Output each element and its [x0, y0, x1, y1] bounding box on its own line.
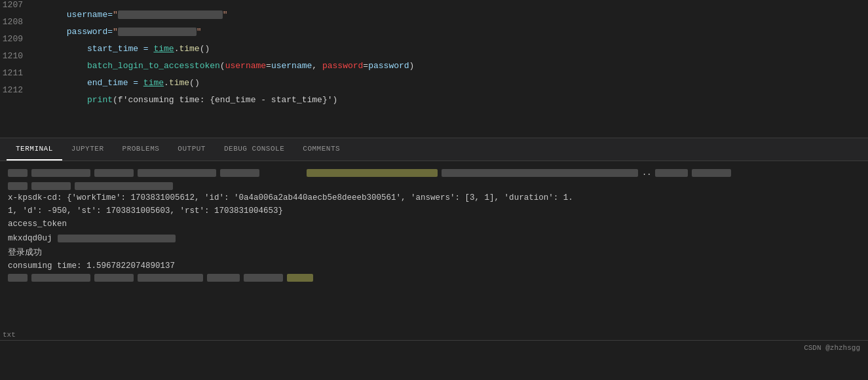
code-token: username [225, 61, 266, 71]
terminal-output: .. x-kpsdk-cd: {'workTime': 170383100561… [0, 161, 868, 354]
txt-label: txt [0, 330, 18, 340]
line-number: 1207 [0, 0, 36, 10]
panel-tab-bar: TERMINAL JUPYTER PROBLEMS OUTPUT DEBUG C… [0, 138, 868, 161]
code-content: print(f'consuming time: {end_time - star… [36, 85, 337, 115]
tab-problems[interactable]: PROBLEMS [113, 138, 169, 161]
terminal-line-consuming-time: consuming time: 1.5967822074890137 [3, 259, 868, 273]
terminal-line-login-success: 登录成功 [3, 246, 868, 259]
status-bar: CSDN @zhzhsgg [0, 340, 868, 354]
redacted-block [94, 274, 134, 282]
tab-terminal[interactable]: TERMINAL [7, 138, 62, 161]
redacted-block [655, 169, 688, 177]
tab-comments[interactable]: COMMENTS [293, 138, 349, 161]
terminal-line-kpsdk: x-kpsdk-cd: {'workTime': 1703831005612, … [3, 191, 868, 204]
terminal-line-redacted-1: .. [3, 165, 868, 181]
redacted-block [58, 235, 176, 242]
redacted-block [442, 169, 638, 177]
redacted-block [31, 169, 90, 177]
code-token: password [322, 61, 363, 71]
code-line-1210: 1210 batch_login_to_accesstoken(username… [0, 51, 868, 68]
code-token: ( [220, 61, 225, 71]
code-line-1212: 1212 print(f'consuming time: {end_time -… [0, 85, 868, 102]
redacted-block [220, 169, 259, 177]
redacted-block [692, 169, 731, 177]
line-number: 1211 [0, 68, 36, 78]
line-number: 1208 [0, 17, 36, 27]
tab-output[interactable]: OUTPUT [168, 138, 215, 161]
redacted-block [287, 274, 313, 282]
redacted-block [8, 169, 28, 177]
code-token: , [312, 61, 322, 71]
redacted-block [138, 274, 203, 282]
redacted-block [8, 274, 28, 282]
code-line-1211: 1211 end_time = time.time() [0, 68, 868, 85]
code-line-1208: 1208 password="" [0, 17, 868, 34]
code-editor: 1207 username="" 1208 password="" 1209 s… [0, 0, 868, 138]
terminal-line-token-value: mkxdqd0uj [3, 231, 868, 246]
redacted-block [75, 182, 173, 190]
redacted-block [138, 169, 216, 177]
dots: .. [642, 166, 651, 180]
code-line-1207: 1207 username="" [0, 0, 868, 17]
line-number: 1209 [0, 34, 36, 44]
redacted-block [31, 274, 90, 282]
code-token: (f'consuming time: {end_time - start_tim… [113, 95, 337, 105]
redacted-block [31, 182, 71, 190]
terminal-line-redacted-2 [3, 181, 868, 191]
redacted-block [8, 182, 28, 190]
tab-jupyter[interactable]: JUPYTER [62, 138, 113, 161]
terminal-line-redacted-bottom [3, 273, 868, 283]
status-bar-label: CSDN @zhzhsgg [804, 344, 860, 352]
tab-debug-console[interactable]: DEBUG CONSOLE [215, 138, 293, 161]
code-token: print [67, 95, 113, 105]
code-token: password [368, 61, 409, 71]
redacted-block [307, 169, 438, 177]
redacted-block [94, 169, 134, 177]
code-token: = [266, 61, 271, 71]
code-token: = [363, 61, 368, 71]
line-number: 1210 [0, 51, 36, 61]
redacted-block [244, 274, 283, 282]
token-prefix: mkxdqd0uj [8, 232, 52, 245]
code-line-1209: 1209 start_time = time.time() [0, 34, 868, 51]
code-token: ) [409, 61, 415, 71]
redacted-block [207, 274, 240, 282]
code-token: username [271, 61, 312, 71]
line-number: 1212 [0, 85, 36, 95]
code-token: " [223, 10, 228, 20]
terminal-line-kpsdk-cont: 1, 'd': -950, 'st': 1703831005603, 'rst'… [3, 204, 868, 218]
terminal-line-access-token: access_token [3, 218, 868, 231]
